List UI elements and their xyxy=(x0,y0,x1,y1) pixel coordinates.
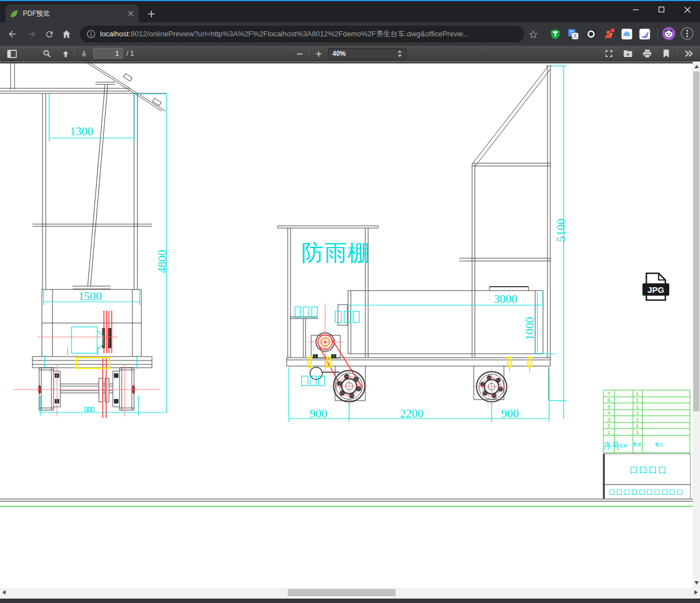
title-block-table: 7 1 6 1 5 1 4 1 3 1 2 1 1 1 序号 名称 数量 xyxy=(603,390,691,499)
row-qty: 1 xyxy=(636,391,639,397)
home-icon xyxy=(61,29,72,39)
browser-toolbar: localhost:8012/onlinePreview?url=http%3A… xyxy=(0,22,700,46)
open-file-icon xyxy=(623,49,633,58)
page-down-icon xyxy=(80,50,88,58)
scroll-right-arrow-icon[interactable] xyxy=(694,590,698,595)
left-view-centerlines xyxy=(13,337,160,416)
find-button[interactable] xyxy=(40,47,54,60)
print-button[interactable] xyxy=(640,47,654,60)
tab-title: PDF预览 xyxy=(23,9,127,18)
next-page-button[interactable] xyxy=(77,47,91,60)
window-controls xyxy=(623,1,700,18)
sidebar-toggle-button[interactable] xyxy=(5,47,18,60)
back-icon xyxy=(7,29,17,39)
sidebar-toggle-icon xyxy=(7,50,17,58)
maximize-button[interactable] xyxy=(649,1,674,18)
header-qty: 数量 xyxy=(633,442,642,447)
zoom-out-icon xyxy=(296,50,303,58)
zoom-out-button[interactable] xyxy=(293,47,306,60)
address-bar[interactable]: localhost:8012/onlinePreview?url=http%3A… xyxy=(80,26,524,42)
side-view-clamp-ticks xyxy=(509,367,530,373)
horizontal-scrollbar-thumb[interactable] xyxy=(288,589,396,596)
ext-translate-icon[interactable] xyxy=(566,27,580,41)
dim-1000: 1000 xyxy=(523,317,536,340)
tab-close-icon[interactable] xyxy=(127,10,134,17)
reload-icon xyxy=(45,30,54,39)
scroll-down-arrow-icon[interactable] xyxy=(694,581,699,585)
dim-1300: 1300 xyxy=(70,125,93,138)
current-view-button[interactable] xyxy=(659,47,673,60)
home-button[interactable] xyxy=(59,26,74,42)
forward-button[interactable] xyxy=(24,26,40,42)
left-view-structure xyxy=(0,61,166,418)
row-qty: 1 xyxy=(636,403,639,410)
ext-ring-icon[interactable] xyxy=(584,27,598,41)
previous-page-button[interactable] xyxy=(59,47,72,60)
pdf-page: 1300 4800 1500 xyxy=(0,61,693,588)
minimize-button[interactable] xyxy=(623,1,649,18)
reload-button[interactable] xyxy=(41,26,57,42)
header-remark: 备注 xyxy=(655,442,664,447)
pdf-viewer-toolbar: / 1 40% xyxy=(0,46,700,61)
bookmark-star-button[interactable] xyxy=(525,26,541,42)
ext-shield-icon[interactable] xyxy=(549,27,562,41)
ext-person-icon[interactable] xyxy=(602,27,616,41)
window-bottom-edge xyxy=(0,599,700,603)
cad-drawing: 1300 4800 1500 xyxy=(0,61,693,588)
open-file-button[interactable] xyxy=(621,47,635,60)
url-text: localhost:8012/onlinePreview?url=http%3A… xyxy=(100,29,469,39)
row-no: 2 xyxy=(607,422,610,429)
page-count-label: / 1 xyxy=(126,50,134,58)
browser-tab[interactable]: PDF预览 xyxy=(6,4,139,22)
jpg-badge-label: JPG xyxy=(647,285,664,295)
row-no: 1 xyxy=(607,429,610,435)
browser-menu-button[interactable] xyxy=(680,27,694,40)
close-button[interactable] xyxy=(674,1,700,18)
toolbar-separator xyxy=(74,49,75,58)
row-no: 5 xyxy=(607,403,610,410)
dim-3000: 3000 xyxy=(494,292,517,306)
toolbar-separator xyxy=(309,49,309,58)
dim-5100: 5100 xyxy=(554,219,568,242)
scroll-up-arrow-icon[interactable] xyxy=(694,65,699,68)
zoom-in-button[interactable] xyxy=(312,47,325,60)
zoom-value: 40% xyxy=(332,50,346,58)
title-block-footer: 口口口口口口口口口口 xyxy=(609,488,684,496)
double-chevron-icon xyxy=(684,50,693,58)
left-view-motor-outline xyxy=(45,327,137,411)
left-view-dimensions: 1300 4800 1500 xyxy=(40,93,169,416)
ext-bird-icon[interactable] xyxy=(638,27,651,41)
row-no: 4 xyxy=(607,410,610,416)
page-number-input[interactable] xyxy=(93,48,123,59)
horizontal-scrollbar[interactable] xyxy=(0,588,700,597)
presentation-mode-icon xyxy=(604,49,613,58)
page-up-icon xyxy=(61,50,70,58)
star-icon xyxy=(528,30,538,39)
search-icon xyxy=(42,49,51,58)
new-tab-button[interactable] xyxy=(144,7,159,21)
more-tools-button[interactable] xyxy=(682,47,695,60)
row-no: 7 xyxy=(607,391,610,397)
title-bar: PDF预览 xyxy=(0,0,700,22)
vertical-scrollbar-thumb[interactable] xyxy=(693,72,699,411)
header-name: 名称 xyxy=(619,443,628,448)
title-block-subtitle: 口口口口 xyxy=(630,465,668,474)
dim-1500: 1500 xyxy=(78,289,102,303)
header-no: 序号 xyxy=(603,441,620,450)
row-no: 6 xyxy=(607,397,610,403)
dim-4800: 4800 xyxy=(155,250,169,273)
presentation-mode-button[interactable] xyxy=(602,47,616,60)
back-button[interactable] xyxy=(4,26,20,42)
ext-cloud-icon[interactable] xyxy=(620,27,634,41)
dim-900-left: 900 xyxy=(309,407,327,420)
zoom-in-icon xyxy=(315,50,322,58)
select-spinner-icon xyxy=(397,50,402,58)
zoom-select[interactable]: 40% xyxy=(328,48,407,59)
spring-leaf-favicon xyxy=(10,10,18,18)
scroll-left-arrow-icon[interactable] xyxy=(2,590,6,595)
dim-2200: 2200 xyxy=(400,407,423,420)
row-qty: 1 xyxy=(636,416,639,422)
profile-avatar[interactable] xyxy=(662,27,675,40)
vertical-scrollbar[interactable] xyxy=(693,61,700,588)
page-info-icon[interactable] xyxy=(87,30,96,39)
